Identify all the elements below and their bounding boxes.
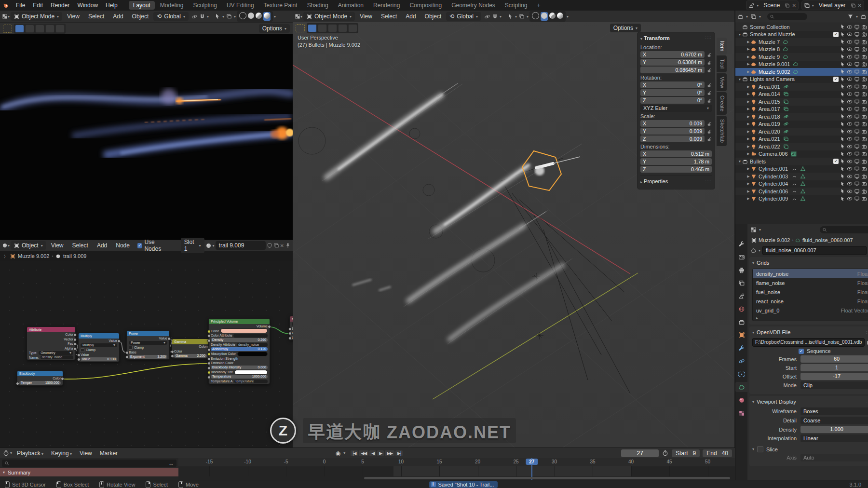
output-socket[interactable] [73, 333, 77, 337]
snap-magnet-icon[interactable] [199, 14, 205, 20]
playback-prev-keyframe-button[interactable]: ◀◀ [359, 450, 368, 456]
lock-icon[interactable] [706, 90, 712, 95]
viewport-menu-add[interactable]: Add [109, 13, 127, 20]
disclosure-icon[interactable]: ▼ [737, 160, 742, 163]
input-socket[interactable] [207, 376, 211, 379]
hide-viewport-icon[interactable] [847, 159, 853, 164]
properties-tab-scene[interactable] [735, 291, 747, 301]
disable-viewport-icon[interactable] [854, 76, 860, 82]
outliner-row-camera-006[interactable]: ▶Camera.006 [735, 150, 868, 158]
node-material-output[interactable]: Material OutputAll▾SurfaceVolumeDisplace… [289, 316, 293, 340]
hide-viewport-icon[interactable] [847, 84, 853, 90]
tweak-tool-button[interactable] [3, 25, 12, 33]
selectable-icon[interactable] [840, 32, 845, 37]
disable-render-icon[interactable] [861, 61, 867, 67]
mode-dropdown[interactable]: Object Mode▾ [11, 12, 62, 21]
disclosure-icon[interactable]: ▼ [737, 78, 742, 81]
disclosure-icon[interactable]: ▶ [746, 70, 751, 74]
hide-viewport-icon[interactable] [847, 166, 853, 172]
record-button[interactable]: ◉ [336, 450, 340, 457]
field-frames[interactable]: 60 [800, 355, 868, 363]
selectable-icon[interactable] [840, 99, 845, 104]
shader-type-dropdown[interactable]: Object▾ [11, 241, 46, 250]
disclosure-icon[interactable]: ▶ [746, 40, 751, 44]
node-canvas[interactable]: AttributeColorVectorFacAlphaType:Geometr… [0, 260, 293, 448]
viewport-menu-view[interactable]: View [63, 13, 83, 20]
rotation-field[interactable]: Z0° [640, 97, 705, 104]
disclosure-icon[interactable]: ▶ [746, 92, 751, 96]
input-socket[interactable] [207, 371, 211, 374]
disable-render-icon[interactable] [861, 121, 867, 127]
disable-viewport-icon[interactable] [854, 189, 860, 194]
outliner-editor-icon[interactable] [737, 14, 744, 20]
tweak-tool-button[interactable] [296, 24, 305, 32]
selectable-icon[interactable] [840, 54, 845, 59]
color-swatch[interactable] [237, 352, 268, 356]
outliner-row-area-018[interactable]: ▶Area.018 [735, 113, 868, 121]
dimension-field[interactable]: Z0.465 m [640, 166, 712, 173]
disable-render-icon[interactable] [861, 174, 867, 179]
select-more-button[interactable] [338, 24, 347, 32]
field-interpolation[interactable]: Linear▾ [800, 434, 868, 442]
hide-viewport-icon[interactable] [847, 174, 853, 179]
copy-icon[interactable] [785, 2, 790, 9]
timeline-ruler[interactable]: -15-10-505101520253035404550556065 [178, 458, 735, 466]
disable-render-icon[interactable] [861, 114, 867, 120]
disable-render-icon[interactable] [861, 84, 867, 90]
select-box-button[interactable] [15, 25, 24, 33]
properties-tab-object-data[interactable] [735, 382, 747, 392]
workspace-tab-geometry-nodes[interactable]: Geometry Nodes [447, 1, 500, 10]
disable-viewport-icon[interactable] [854, 46, 860, 52]
outliner-row-cylinder-003[interactable]: ▶Cylinder.003 [735, 173, 868, 180]
material-name-field[interactable]: trail 9.009 [216, 241, 266, 250]
copy-icon[interactable] [851, 2, 856, 9]
color-swatch[interactable] [234, 370, 268, 375]
workspace-tab-sculpting[interactable]: Sculpting [189, 1, 221, 10]
disable-viewport-icon[interactable] [854, 99, 860, 105]
hide-viewport-icon[interactable] [847, 54, 853, 60]
timeline-scrollbar[interactable] [364, 477, 730, 479]
input-socket[interactable] [207, 362, 211, 365]
menu-window[interactable]: Window [73, 2, 102, 9]
expand-icon[interactable]: ↔ [168, 460, 174, 467]
outliner-row-area-021[interactable]: ▶Area.021 [735, 136, 868, 143]
disable-render-icon[interactable] [861, 144, 867, 149]
display-mode-icon[interactable] [750, 14, 757, 20]
disclosure-icon[interactable]: ▶ [746, 130, 751, 134]
lock-icon[interactable] [706, 82, 712, 88]
slice-collapse-icon[interactable]: ▾ [752, 447, 754, 451]
disclosure-icon[interactable]: ▶ [746, 47, 751, 51]
input-socket[interactable] [77, 358, 81, 361]
sidebar-tab-create[interactable]: Create [717, 92, 727, 115]
properties-tab-texture[interactable] [735, 408, 747, 418]
disclosure-icon[interactable]: ▶ [746, 137, 751, 141]
shading-material-button[interactable] [549, 13, 556, 20]
hide-viewport-icon[interactable] [847, 46, 853, 52]
sidebar-tab-item[interactable]: Item [717, 38, 727, 54]
viewport-menu-object[interactable]: Object [128, 13, 153, 20]
disclosure-icon[interactable]: ▶ [746, 197, 751, 201]
output-socket[interactable] [73, 342, 77, 346]
node-value-field[interactable]: Gamma2.200 [174, 354, 207, 358]
fake-user-shield-icon[interactable] [267, 243, 272, 248]
proportional-edit-icon[interactable] [191, 14, 198, 20]
selectable-icon[interactable] [840, 69, 845, 74]
properties-tab-object[interactable] [735, 330, 747, 340]
menu-help[interactable]: Help [102, 2, 122, 9]
grid-row-fuel-noise[interactable]: fuel_noiseFloat [753, 287, 868, 297]
selectable-icon[interactable] [840, 92, 845, 97]
hide-viewport-icon[interactable] [847, 151, 853, 157]
volume-data-icon[interactable] [795, 237, 800, 244]
node-gamma[interactable]: GammaColorColorGamma2.200 [172, 339, 209, 359]
scale-field[interactable]: Z0.009 [640, 136, 705, 142]
orientation-dropdown[interactable]: ⟲Global▾ [446, 12, 481, 21]
pin-icon[interactable] [285, 243, 291, 248]
input-socket[interactable] [288, 337, 292, 340]
input-socket[interactable] [77, 353, 81, 357]
collection-checkbox[interactable]: ✓ [833, 32, 839, 37]
collection-checkbox[interactable]: ✓ [833, 77, 839, 82]
frame-end-field[interactable]: End40 [703, 449, 732, 457]
menu-edit[interactable]: Edit [29, 2, 47, 9]
node-value-field[interactable]: Temper1500.000 [19, 381, 61, 385]
outliner-row-lights-and-camera[interactable]: ▼Lights and Camera✓ [735, 76, 868, 83]
